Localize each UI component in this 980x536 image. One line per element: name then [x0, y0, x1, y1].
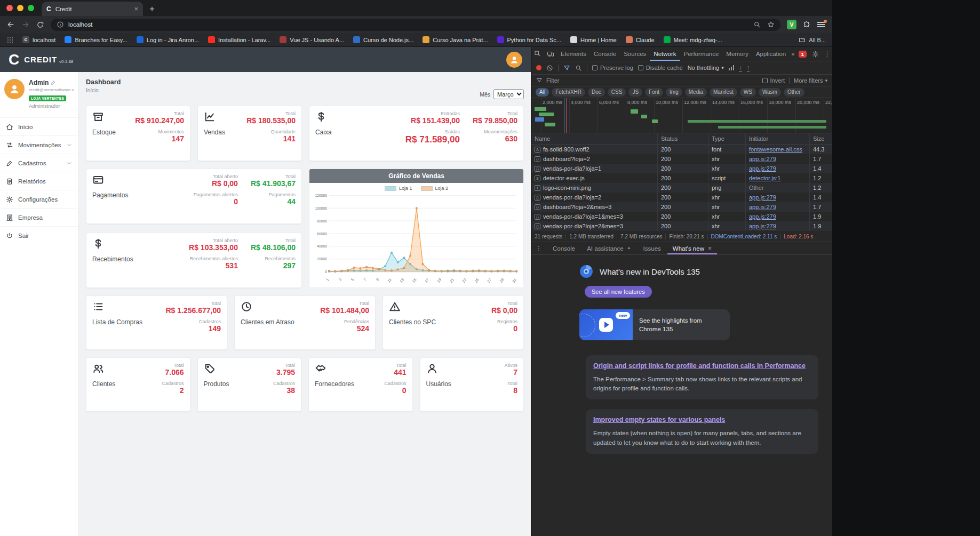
import-har-icon[interactable]: ↓ [739, 65, 742, 71]
preserve-log-checkbox[interactable]: Preserve log [592, 65, 633, 71]
legend-item[interactable]: Loja 1 [385, 186, 412, 191]
disable-cache-checkbox[interactable]: Disable cache [638, 65, 683, 71]
drawer-tab-whats-new[interactable]: What's new× [667, 242, 717, 254]
devtools-settings-gear-icon[interactable] [812, 51, 819, 58]
request-initiator[interactable]: app.js:279 [746, 212, 810, 221]
network-request-row[interactable]: fa-solid-900.woff2 200 font fontawesome-… [531, 145, 832, 154]
bookmark-star-icon[interactable] [767, 21, 775, 28]
more-filters-button[interactable]: More filters▾ [794, 77, 827, 84]
browser-tab[interactable]: C Credit × [42, 2, 143, 16]
column-status[interactable]: Status [658, 133, 708, 144]
filter-chip[interactable]: Manifest [710, 88, 737, 97]
new-tab-button[interactable]: + [149, 4, 155, 13]
throttling-select[interactable]: No throttling▾ [688, 65, 724, 71]
filter-chip[interactable]: Font [645, 88, 663, 97]
bookmark-item[interactable]: Vue JS - Usando A... [280, 36, 344, 43]
search-network-icon[interactable] [575, 65, 582, 71]
bookmark-item[interactable]: Meet: mdg-zfwq-... [664, 36, 722, 43]
column-initiator[interactable]: Initiator [746, 133, 810, 144]
sidebar-item-configuracoes[interactable]: Configurações [0, 190, 78, 208]
network-request-row[interactable]: vendas-por-dia?loja=1 200 xhr app.js:279… [531, 164, 832, 173]
month-select[interactable]: Março [493, 89, 524, 99]
address-bar[interactable]: localhost [51, 19, 780, 31]
network-request-row[interactable]: logo-icon-mini.png 200 png Other 1.2 [531, 183, 832, 193]
minimize-window-button[interactable] [17, 5, 23, 11]
see-all-features-button[interactable]: See all new features [585, 286, 652, 298]
network-overview-timeline[interactable]: 2,000 ms4,000 ms6,000 ms8,000 ms10,000 m… [531, 98, 832, 133]
drawer-tab-ai-assistance[interactable]: AI assistance [581, 242, 636, 254]
devtools-tab[interactable]: Performance [680, 47, 723, 61]
sidebar-item-relatorios[interactable]: Relatórios [0, 172, 78, 190]
export-har-icon[interactable]: ↑ [747, 65, 750, 71]
network-request-row[interactable]: dashboard?loja=2&mes=3 200 xhr app.js:27… [531, 202, 832, 212]
bookmark-item[interactable]: Curso Java na Prát... [423, 36, 488, 43]
site-info-icon[interactable] [57, 21, 64, 28]
bookmark-item[interactable]: Home | Home [570, 36, 617, 43]
devtools-tab[interactable]: Console [590, 47, 620, 61]
close-tab-icon[interactable]: × [708, 245, 712, 252]
bookmark-item[interactable]: Curso de Node.js... [353, 36, 413, 43]
devtools-tab[interactable]: Memory [722, 47, 752, 61]
devtools-tab[interactable]: Sources [620, 47, 650, 61]
legend-item[interactable]: Loja 2 [421, 186, 449, 191]
drawer-tab-console[interactable]: Console [547, 242, 580, 254]
all-bookmarks-button[interactable]: All B... [799, 36, 826, 43]
network-request-row[interactable]: vendas-por-dia?loja=2&mes=3 200 xhr app.… [531, 221, 832, 231]
filter-chip[interactable]: Media [685, 88, 707, 97]
section-title-link[interactable]: Origin and script links for profile and … [593, 362, 811, 371]
edit-pencil-icon[interactable] [51, 80, 56, 85]
invert-checkbox[interactable]: Invert [762, 77, 785, 84]
tab-close-icon[interactable]: × [134, 5, 138, 13]
network-request-row[interactable]: dashboard?loja=2 200 xhr app.js:279 1.7 [531, 154, 832, 164]
filter-chip[interactable]: Wasm [759, 88, 781, 97]
request-initiator[interactable]: app.js:279 [746, 221, 810, 231]
bookmark-item[interactable]: Branches for Easy... [65, 36, 127, 43]
filter-chip[interactable]: Other [784, 88, 804, 97]
sidebar-item-empresa[interactable]: Empresa [0, 208, 78, 226]
filter-chip[interactable]: CSS [608, 88, 626, 97]
bookmark-item[interactable]: Installation - Larav... [208, 36, 270, 43]
back-icon[interactable] [6, 20, 15, 29]
more-tabs-chevron[interactable]: » [790, 51, 795, 57]
bookmark-item[interactable]: Python for Data Sc... [497, 36, 562, 43]
devtools-tab[interactable]: Application [752, 47, 790, 61]
error-count-badge[interactable]: 1 [799, 51, 807, 58]
devtools-menu-icon[interactable]: ⋮ [822, 50, 833, 58]
filter-chip[interactable]: Fetch/XHR [552, 88, 585, 97]
device-toolbar-icon[interactable] [547, 50, 554, 58]
forward-icon[interactable] [21, 20, 30, 29]
maximize-window-button[interactable] [28, 5, 34, 11]
record-network-log-button[interactable] [536, 65, 541, 70]
vue-extension-icon[interactable]: V [787, 20, 796, 29]
filter-chip[interactable]: All [536, 88, 549, 97]
extensions-puzzle-icon[interactable] [803, 21, 811, 29]
request-initiator[interactable]: Other [746, 183, 810, 193]
request-initiator[interactable]: fontawesome-all.css [746, 145, 810, 154]
navbar-user-avatar[interactable] [506, 52, 522, 68]
devtools-tab[interactable]: Network [650, 47, 680, 61]
search-icon[interactable] [753, 21, 761, 28]
drawer-menu-icon[interactable]: ⋮ [531, 245, 546, 252]
bookmark-item[interactable]: C localhost [22, 36, 55, 43]
bookmark-item[interactable]: Claude [626, 36, 655, 43]
request-initiator[interactable]: detector.js:1 [746, 173, 810, 183]
column-type[interactable]: Type [708, 133, 746, 144]
devtools-tab[interactable]: Elements [557, 47, 590, 61]
request-initiator[interactable]: app.js:279 [746, 154, 810, 164]
close-window-button[interactable] [6, 5, 13, 11]
request-initiator[interactable]: app.js:279 [746, 202, 810, 212]
network-conditions-icon[interactable] [729, 65, 735, 70]
inspect-element-icon[interactable] [534, 50, 541, 58]
network-request-row[interactable]: vendas-por-dia?loja=2 200 xhr app.js:279… [531, 193, 832, 202]
filter-input[interactable]: Filter [546, 77, 559, 84]
request-initiator[interactable]: app.js:279 [746, 164, 810, 173]
section-title-link[interactable]: Improved empty states for various panels [593, 415, 811, 425]
sidebar-item-sair[interactable]: Sair [0, 226, 78, 244]
filter-chip[interactable]: JS [628, 88, 642, 97]
highlights-card[interactable]: new See the highlights from Chrome 135 [579, 309, 730, 340]
request-initiator[interactable]: app.js:279 [746, 193, 810, 202]
filter-toggle-icon[interactable] [563, 65, 570, 71]
bookmark-item[interactable]: Log in - Jira Anron... [137, 36, 199, 43]
drawer-tab-issues[interactable]: Issues [638, 242, 666, 254]
column-name[interactable]: Name [531, 133, 658, 144]
